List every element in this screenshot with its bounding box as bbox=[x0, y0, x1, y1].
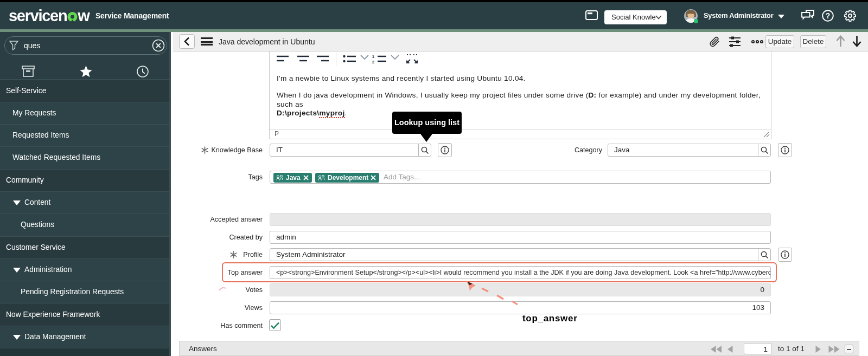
svg-text:2: 2 bbox=[372, 60, 374, 64]
svg-text:?: ? bbox=[826, 11, 831, 20]
svg-text:1: 1 bbox=[372, 55, 374, 59]
